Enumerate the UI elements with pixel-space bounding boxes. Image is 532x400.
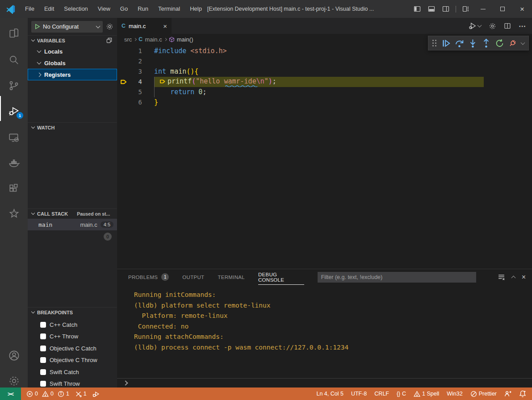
activity-bar: 1 [0,18,28,388]
tools-status[interactable]: 1 [75,391,87,397]
launch-configuration-dropdown[interactable]: No Configurat [31,21,103,33]
close-window-button[interactable]: × [512,0,532,18]
variables-scope-registers[interactable]: Registers [28,69,117,80]
continue-button[interactable] [441,38,451,48]
feedback-icon[interactable] [504,390,511,397]
run-or-debug-button[interactable] [469,22,481,30]
stack-frame-row[interactable]: main main.c 4:5 [28,219,117,230]
step-over-button[interactable] [455,38,464,48]
menu-help[interactable]: Help [185,0,207,18]
tab-output[interactable]: OUTPUT [182,269,204,285]
toggle-secondary-sidebar-icon[interactable] [442,5,449,12]
formatter-status[interactable]: Prettier [470,391,497,397]
checkbox[interactable] [40,357,46,363]
restart-button[interactable] [495,38,504,48]
source-control-icon[interactable] [0,75,28,96]
close-panel-icon[interactable]: × [522,273,526,281]
breakpoint-cpp-throw[interactable]: C++ Throw [28,330,117,342]
menu-terminal[interactable]: Terminal [153,0,185,18]
menu-selection[interactable]: Selection [59,0,92,18]
problems-status[interactable]: 0 0 1 [26,391,69,397]
customize-layout-icon[interactable] [462,5,469,12]
toggle-sidebar-icon[interactable] [414,5,421,12]
copy-value-icon[interactable] [106,37,113,44]
tab-main-c[interactable]: C main.c × [117,18,172,34]
menu-run[interactable]: Run [133,0,153,18]
checkbox[interactable] [40,346,46,351]
extensions-icon[interactable] [0,178,28,199]
code-token: \n [256,77,264,85]
checkbox[interactable] [40,322,46,328]
star-icon[interactable] [0,203,28,224]
debug-settings-gear-icon[interactable] [106,23,113,30]
callstack-section-header[interactable]: CALL STACK Paused on st... [28,208,117,218]
tab-problems[interactable]: PROBLEMS 1 [128,269,169,285]
disconnect-button[interactable] [508,38,517,48]
breakpoint-cpp-catch[interactable]: C++ Catch [28,319,117,330]
code-editor[interactable]: 1 #include <stdio.h> 2 3 int main(){ 4 p… [117,45,532,108]
close-tab-icon[interactable]: × [163,22,167,30]
console-input-row[interactable] [117,378,532,388]
code-token: #include [154,47,186,55]
variables-scope-locals[interactable]: Locals [28,46,117,57]
toolbar-more-chevron-icon[interactable] [521,40,525,45]
toolbar-drag-handle[interactable] [432,40,436,46]
warning-icon [414,391,420,397]
search-icon[interactable] [0,49,28,71]
tab-terminal[interactable]: TERMINAL [218,269,245,285]
scope-label: Globals [44,60,66,67]
language-mode[interactable]: {} C [397,391,406,397]
spell-checker-status[interactable]: 1 Spell [414,391,439,397]
editor-settings-gear-icon[interactable] [489,22,496,30]
notifications-bell-icon[interactable] [519,390,526,397]
cursor-position[interactable]: Ln 4, Col 5 [316,391,343,397]
code-token: printf [168,77,192,85]
checkbox[interactable] [40,369,46,375]
checkbox[interactable] [40,381,46,387]
code-token: " [264,77,268,85]
encoding-indicator[interactable]: UTF-8 [351,391,367,397]
breadcrumb-symbol[interactable]: main() [177,36,193,43]
breadcrumb-folder[interactable]: src [124,36,132,43]
checkbox[interactable] [40,333,46,339]
maximize-button[interactable] [493,0,512,18]
session-count-badge: 0 [104,233,112,241]
step-into-button[interactable] [468,38,478,48]
watch-section-header[interactable]: WATCH [28,122,117,132]
split-editor-icon[interactable] [504,22,511,29]
breakpoints-section-header[interactable]: BREAKPOINTS [28,307,117,317]
code-token: ; [272,77,276,85]
run-and-debug-icon[interactable]: 1 [0,100,28,121]
remote-explorer-icon[interactable] [0,127,28,148]
breakpoint-swift-catch[interactable]: Swift Catch [28,366,117,378]
minimize-button[interactable] [473,0,493,18]
console-filter-input[interactable] [318,272,476,283]
breakpoint-objc-throw[interactable]: Objective C Throw [28,354,117,366]
toggle-panel-icon[interactable] [428,5,435,12]
menu-edit[interactable]: Edit [39,0,59,18]
accounts-icon[interactable] [0,345,28,366]
breakpoint-objc-catch[interactable]: Objective C Catch [28,342,117,354]
variables-section-header[interactable]: VARIABLES [28,35,117,45]
scope-label: Registers [44,71,71,78]
info-icon [58,391,64,397]
breakpoint-swift-throw[interactable]: Swift Throw [28,378,117,388]
docker-icon[interactable] [0,152,28,174]
debug-status-icon[interactable] [92,390,100,398]
eol-indicator[interactable]: CRLF [374,391,389,397]
titlebar-separator [456,6,456,12]
maximize-panel-icon[interactable] [511,276,515,280]
breadcrumb-chevron-icon [134,38,137,41]
menu-file[interactable]: File [20,0,39,18]
menu-go[interactable]: Go [115,0,133,18]
more-actions-icon[interactable]: ⋯ [519,22,526,30]
explorer-icon[interactable] [0,22,28,44]
breadcrumb-file[interactable]: main.c [145,36,162,43]
step-out-button[interactable] [482,38,491,48]
remote-indicator[interactable]: >< [0,388,21,400]
clear-console-icon[interactable] [498,273,505,281]
platform-indicator[interactable]: Win32 [447,391,462,397]
variables-scope-globals[interactable]: Globals [28,57,117,69]
menu-view[interactable]: View [93,0,115,18]
tab-debug-console[interactable]: DEBUG CONSOLE [258,269,304,285]
